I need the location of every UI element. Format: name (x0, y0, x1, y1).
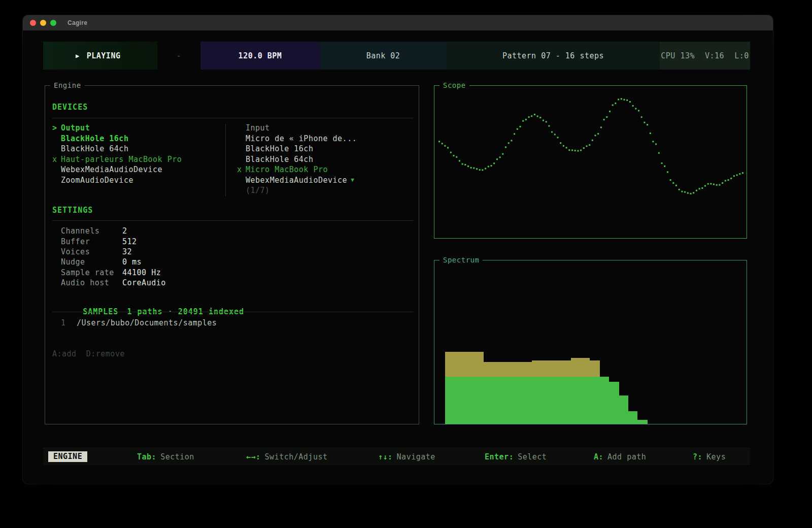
app-window: Cagire ▶ PLAYING - 120.0 BPM Bank 02 Pat… (23, 15, 773, 484)
setting-label: Channels (61, 226, 122, 236)
sample-path-row[interactable]: 1 /Users/bubo/Documents/samples (61, 318, 217, 327)
device-label: Input (246, 123, 270, 133)
cpu-usage: CPU 13% (661, 51, 695, 60)
input-device-list: InputMicro de « iPhone de...BlackHole 16… (237, 123, 407, 196)
hint-action: Switch/Adjust (265, 452, 328, 461)
device-item[interactable]: BlackHole 64ch (237, 154, 407, 165)
device-item[interactable]: Micro de « iPhone de... (237, 134, 407, 144)
hint-key: Tab: (137, 452, 156, 461)
sample-path-value: /Users/bubo/Documents/samples (77, 318, 217, 327)
hint-action: Keys (706, 452, 726, 461)
setting-label: Buffer (61, 237, 122, 246)
settings-heading: SETTINGS (52, 206, 93, 215)
settings-row: Channels2 (61, 226, 166, 236)
transport-separator: - (157, 42, 200, 70)
key-hint: ←→:Switch/Adjust (246, 452, 328, 461)
more-below-icon: ▼ (351, 177, 354, 183)
device-label: BlackHole 64ch (61, 144, 128, 153)
hint-key: Enter: (485, 452, 514, 461)
bank-display[interactable]: Bank 02 (320, 42, 447, 70)
key-hint: A:Add path (594, 452, 646, 461)
active-device-marker: x (52, 155, 61, 164)
device-label: ZoomAudioDevice (61, 176, 133, 185)
pattern-display[interactable]: Pattern 07 - 16 steps (447, 42, 660, 70)
transport-bar: ▶ PLAYING - 120.0 BPM Bank 02 Pattern 07… (43, 42, 750, 70)
setting-value[interactable]: 512 (122, 237, 137, 246)
hint-key: ↑↓: (378, 452, 393, 461)
title-bar: Cagire (23, 15, 773, 30)
settings-row: Nudge0 ms (61, 257, 166, 267)
device-item[interactable]: BlackHole 16ch (52, 134, 222, 144)
hint-key: ?: (693, 452, 702, 461)
minimize-button[interactable] (40, 20, 46, 26)
play-icon: ▶ (76, 52, 80, 59)
settings-row: Voices32 (61, 247, 166, 257)
hint-key: A: (594, 452, 603, 461)
spectrum-panel-title: Spectrum (439, 256, 483, 264)
section-mode-badge: ENGINE (48, 451, 87, 462)
divider (52, 220, 414, 221)
close-button[interactable] (30, 20, 36, 26)
setting-value[interactable]: CoreAudio (122, 278, 166, 287)
setting-value[interactable]: 32 (122, 247, 132, 256)
hint-action: Select (518, 452, 547, 461)
output-device-list: >OutputBlackHole 16chBlackHole 64chxHaut… (52, 123, 222, 185)
zoom-button[interactable] (50, 20, 56, 26)
hint-action: Add path (607, 452, 646, 461)
scope-canvas (438, 91, 743, 235)
device-item[interactable]: xHaut-parleurs MacBook Pro (52, 154, 222, 165)
key-hint: ?:Keys (693, 452, 726, 461)
divider (52, 118, 414, 118)
settings-row: Sample rate44100 Hz (61, 268, 166, 278)
device-item[interactable]: >Output (52, 123, 222, 134)
device-label: Micro de « iPhone de... (246, 134, 357, 143)
setting-value[interactable]: 44100 Hz (122, 268, 161, 277)
voice-count: V:16 (705, 51, 724, 60)
divider (52, 312, 414, 312)
device-item[interactable]: BlackHole 64ch (52, 144, 222, 154)
spectrum-panel: Spectrum (434, 260, 747, 424)
device-label: WebexMediaAudioDevice (246, 176, 347, 185)
device-label: WebexMediaAudioDevice (61, 165, 162, 174)
device-item[interactable]: Input (237, 123, 407, 134)
device-item[interactable]: BlackHole 16ch (237, 144, 407, 154)
scope-panel-title: Scope (439, 81, 469, 89)
settings-row: Buffer512 (61, 236, 166, 246)
device-label: (1/7) (246, 186, 270, 195)
hint-action: Navigate (397, 452, 435, 461)
traffic-lights (30, 20, 56, 26)
spectrum-canvas (439, 263, 745, 424)
device-label: BlackHole 16ch (61, 134, 128, 143)
active-device-marker: x (237, 165, 246, 174)
transport-status[interactable]: ▶ PLAYING (43, 42, 157, 70)
column-divider (225, 124, 226, 196)
hint-key: ←→: (246, 452, 261, 461)
device-item[interactable]: xMicro MacBook Pro (237, 164, 407, 175)
device-item[interactable]: ZoomAudioDevice (52, 175, 222, 186)
device-label: Haut-parleurs MacBook Pro (61, 155, 182, 164)
bpm-display[interactable]: 120.0 BPM (200, 42, 320, 70)
device-label: BlackHole 16ch (246, 144, 313, 153)
device-item[interactable]: WebexMediaAudioDevice (52, 164, 222, 175)
setting-value[interactable]: 0 ms (122, 257, 142, 267)
engine-panel: Engine DEVICES >OutputBlackHole 16chBlac… (45, 85, 419, 424)
settings-table: Channels2Buffer512Voices32Nudge0 msSampl… (61, 226, 166, 288)
active-device-marker: > (52, 123, 61, 133)
device-label: BlackHole 64ch (246, 155, 313, 164)
key-hint: Enter:Select (485, 452, 547, 461)
key-hint: ↑↓:Navigate (378, 452, 435, 461)
latency-count: L:0 (734, 51, 749, 60)
setting-label: Voices (61, 247, 122, 256)
settings-row: Audio hostCoreAudio (61, 278, 166, 288)
hint-action: Section (160, 452, 194, 461)
setting-label: Audio host (61, 278, 122, 287)
device-item[interactable]: WebexMediaAudioDevice▼ (237, 175, 407, 186)
status-bar: ENGINE Tab:Section←→:Switch/Adjust↑↓:Nav… (43, 448, 750, 465)
setting-value[interactable]: 2 (122, 226, 127, 236)
system-stats: CPU 13% V:16 L:0 (660, 42, 750, 70)
devices-heading: DEVICES (52, 103, 88, 112)
scope-panel: Scope (434, 85, 747, 239)
samples-key-hint: A:add D:remove (52, 349, 125, 358)
transport-status-label: PLAYING (87, 51, 121, 60)
engine-panel-title: Engine (50, 81, 85, 89)
